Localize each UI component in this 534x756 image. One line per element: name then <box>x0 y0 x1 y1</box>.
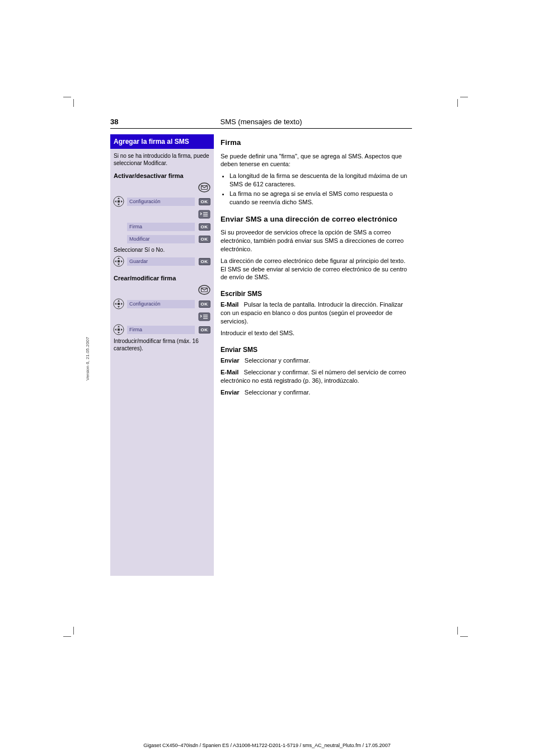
page-title: SMS (mensajes de texto) <box>127 118 395 126</box>
list-item: La firma no se agrega si se envía el SMS… <box>229 190 412 206</box>
menu-field: Firma <box>127 326 195 334</box>
list-item: La longitud de la firma se descuenta de … <box>229 172 412 189</box>
step-row: Enviar Seleccionar y confirmar. <box>221 356 412 365</box>
softkey-label: Enviar <box>221 357 240 364</box>
menu-field: Modificar <box>127 235 195 243</box>
svg-rect-7 <box>118 200 120 203</box>
svg-rect-35 <box>118 328 120 331</box>
softkey-label: E-Mail <box>221 369 238 375</box>
svg-marker-3 <box>118 198 120 199</box>
ok-key-icon: OK <box>199 300 210 308</box>
section-heading-firma: Firma <box>221 138 412 148</box>
step-row: E-Mail Seleccionar y confirmar. Si el nú… <box>221 368 412 385</box>
ok-key-icon: OK <box>199 198 210 205</box>
menu-field: Configuración <box>127 300 195 308</box>
step-row: E-Mail Pulsar la tecla de pantalla. Intr… <box>221 300 412 326</box>
step: Guardar OK <box>110 255 214 268</box>
step-desc: Seleccionar y confirmar. <box>245 389 310 396</box>
smtp-paragraph-2: La dirección de correo electrónico debe … <box>221 257 412 282</box>
svg-marker-15 <box>115 260 116 262</box>
svg-marker-21 <box>118 300 120 302</box>
step-text: Introducir/modificar firma (máx. 16 cara… <box>110 336 214 358</box>
step-row: Enviar Seleccionar y confirmar. <box>221 388 412 397</box>
footer-line: Gigaset CX450–470isdn / Spanien ES / A31… <box>143 743 390 748</box>
subsection-escribir: Escribir SMS <box>221 289 412 298</box>
sidebar-title: Agregar la firma al SMS <box>110 134 214 149</box>
firma-bullets: La longitud de la firma se descuenta de … <box>221 172 412 206</box>
side-version-label: Version 6, 21.05.2007 <box>85 337 90 381</box>
step-text: Introducir el texto del SMS. <box>221 329 412 337</box>
step <box>110 311 214 323</box>
dpad-icon <box>113 298 124 309</box>
step <box>110 283 214 297</box>
smtp-paragraph-1: Si su proveedor de servicios ofrece la o… <box>221 228 412 253</box>
softkey-label: Enviar <box>221 389 240 396</box>
mail-key-icon <box>198 284 210 296</box>
step: Configuración OK <box>110 195 214 208</box>
svg-marker-33 <box>115 328 116 331</box>
step-desc: Seleccionar y confirmar. <box>245 357 310 364</box>
section-heading-smtp: Enviar SMS a una dirección de correo ele… <box>221 214 412 224</box>
ok-key-icon: OK <box>199 236 210 243</box>
svg-marker-23 <box>115 303 116 305</box>
ok-key-icon: OK <box>199 223 210 231</box>
svg-marker-14 <box>118 264 120 265</box>
sidebar-description: Si no se ha introducido la firma, puede … <box>110 149 214 170</box>
options-key-icon <box>198 210 210 219</box>
svg-marker-13 <box>118 257 120 259</box>
svg-marker-4 <box>118 204 120 205</box>
ok-key-icon: OK <box>199 258 210 265</box>
svg-marker-32 <box>118 332 120 334</box>
page: 38 SMS (mensajes de texto) Agregar la fi… <box>110 118 412 576</box>
step: Modificar OK <box>110 233 214 245</box>
step: Configuración OK <box>110 297 214 311</box>
sidebar: Agregar la firma al SMS Si no se ha intr… <box>110 134 214 576</box>
menu-field: Configuración <box>127 198 195 206</box>
ok-key-icon: OK <box>199 326 210 334</box>
dpad-icon <box>113 324 124 335</box>
svg-marker-16 <box>121 260 123 262</box>
right-column: Firma Se puede definir una "firma", que … <box>214 134 412 576</box>
svg-marker-5 <box>115 200 116 203</box>
svg-marker-6 <box>121 200 123 203</box>
step <box>110 180 214 195</box>
step-text: Seleccionar Sí o No. <box>110 245 214 255</box>
svg-marker-31 <box>118 326 120 327</box>
svg-rect-25 <box>118 303 120 305</box>
svg-marker-34 <box>121 328 123 331</box>
svg-marker-24 <box>121 303 123 305</box>
menu-field: Firma <box>127 223 195 231</box>
step-desc: Pulsar la tecla de pantalla. Introducir … <box>221 301 403 325</box>
svg-rect-17 <box>118 260 120 262</box>
page-header: 38 SMS (mensajes de texto) <box>110 118 412 129</box>
options-key-icon <box>198 312 210 321</box>
sidebar-subhead-2: Crear/modificar firma <box>110 273 214 283</box>
mail-key-icon <box>198 181 210 194</box>
svg-marker-22 <box>118 306 120 308</box>
menu-field: Guardar <box>127 257 195 266</box>
subsection-enviar: Enviar SMS <box>221 345 412 354</box>
dpad-icon <box>113 196 124 207</box>
sidebar-subhead-1: Activar/desactivar firma <box>110 170 214 180</box>
step: Firma OK <box>110 323 214 336</box>
step-desc: Seleccionar y confirmar. Si el número de… <box>221 369 406 384</box>
page-number: 38 <box>110 118 127 126</box>
softkey-label: E-Mail <box>221 301 238 308</box>
step <box>110 208 214 220</box>
dpad-icon <box>113 256 124 267</box>
step: Firma OK <box>110 220 214 233</box>
firma-paragraph: Se puede definir una "firma", que se agr… <box>221 152 412 169</box>
